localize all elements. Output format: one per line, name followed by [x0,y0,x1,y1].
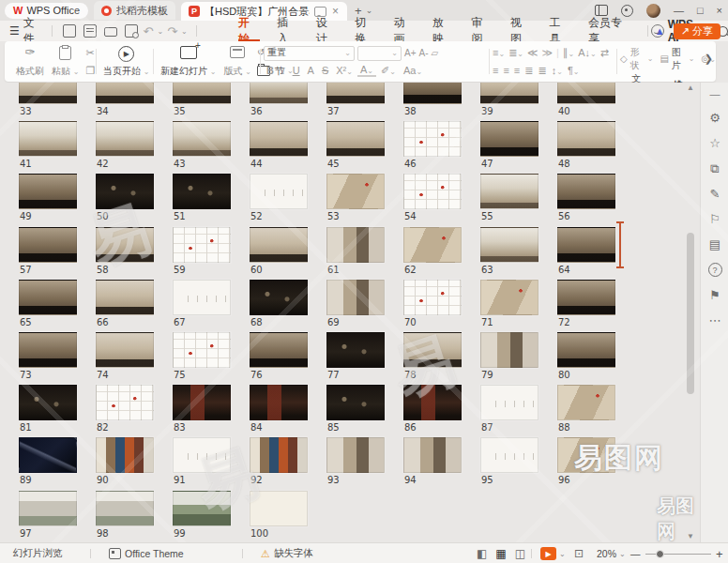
notes-panel-icon[interactable]: ▤ [701,232,728,257]
insert-shape-button[interactable]: 形状 [630,46,645,72]
slide-thumbnail-90[interactable] [96,437,154,473]
slide-thumbnail-79[interactable] [480,332,538,368]
slide-thumbnail-49[interactable] [19,174,77,209]
slide-thumbnail-33[interactable] [19,83,77,104]
slide-thumbnail-41[interactable] [19,121,77,157]
gift-icon[interactable]: ⚑ [701,282,728,308]
slide-thumbnail-60[interactable] [250,227,308,263]
copy-icon[interactable]: ❐ [85,65,95,77]
slide-thumbnail-50[interactable] [96,174,154,209]
format-painter-button[interactable]: ✑ 格式刷 [12,46,48,78]
scrollbar-thumb[interactable] [687,233,694,394]
line-spacing-icon[interactable]: ↕⌄ [552,65,563,76]
slide-thumbnail-62[interactable] [403,227,462,263]
slide-thumbnail-56[interactable] [557,174,615,209]
slideshow-play-button[interactable]: ▶ [540,547,556,560]
paragraph-settings-icon[interactable]: ¶⌄ [568,65,580,76]
font-name-select[interactable]: ⌄ [264,46,355,61]
zoom-caret-icon[interactable]: ⌄ [619,550,626,558]
slide-thumbnail-69[interactable] [326,280,385,315]
paste-button[interactable]: 粘贴 ⌄ [48,46,83,78]
italic-button[interactable]: I [279,65,288,76]
text-shadow-button[interactable]: A [305,65,317,76]
convert-smartart-icon[interactable]: ⇄ [600,47,609,59]
slide-thumbnail-71[interactable] [480,280,538,315]
print-preview-icon[interactable] [125,24,138,38]
slide-thumbnail-58[interactable] [96,227,154,263]
slide-thumbnail-84[interactable] [250,385,308,420]
slide-thumbnail-93[interactable] [326,437,385,473]
character-more-button[interactable]: Aa⌄ [401,65,425,76]
export-pdf-icon[interactable] [83,24,97,38]
redo-icon[interactable]: ↷ [167,24,177,38]
normal-view-icon[interactable]: ◧ [477,547,487,560]
cut-icon[interactable]: ✂ [85,47,95,59]
design-tools-icon[interactable]: ✎ [701,181,728,206]
slide-thumbnail-98[interactable] [96,491,154,526]
slide-thumbnail-85[interactable] [326,385,385,420]
scroll-up-icon[interactable]: ▲ [684,83,697,94]
reading-view-icon[interactable]: ◫ [515,547,525,560]
menu-item-5[interactable]: 放映 [424,21,463,41]
slide-thumbnail-45[interactable] [326,121,385,157]
slide-thumbnail-35[interactable] [173,83,231,104]
minimize-button[interactable]: — [674,6,684,16]
menu-item-6[interactable]: 审阅 [463,21,502,41]
theme-button[interactable]: Office Theme [109,543,184,563]
menu-item-3[interactable]: 切换 [346,21,385,41]
slide-thumbnail-96[interactable] [557,437,615,473]
slide-thumbnail-80[interactable] [557,332,615,368]
slide-sorter-area[interactable]: 1009998979695949392919089888786858483828… [0,83,700,542]
align-right-icon[interactable]: ≡ [514,65,520,76]
columns-icon[interactable]: ∥⌄ [563,47,574,59]
menu-item-1[interactable]: 插入 [268,21,307,41]
slide-thumbnail-97[interactable] [19,491,77,526]
slide-thumbnail-88[interactable] [557,385,615,420]
slide-thumbnail-39[interactable] [480,83,538,104]
slide-thumbnail-99[interactable] [173,491,231,526]
slide-thumbnail-36[interactable] [250,83,308,104]
slide-thumbnail-81[interactable] [19,385,77,420]
objects-icon[interactable]: ⧉ [701,156,728,181]
vertical-scrollbar[interactable]: ▲ ▼ [684,83,697,542]
quickbar-caret-icon[interactable]: ⌄ [181,27,188,36]
slide-thumbnail-78[interactable] [403,332,462,368]
slide-thumbnail-44[interactable] [250,121,308,157]
zoom-slider-handle[interactable] [656,550,664,558]
feedback-icon[interactable] [651,24,664,38]
slide-thumbnail-54[interactable] [403,174,462,209]
slide-thumbnail-48[interactable] [557,121,615,157]
menu-item-9[interactable]: 会员专享 [580,21,641,41]
strikethrough-button[interactable]: S [319,65,331,76]
play-options-caret-icon[interactable]: ⌄ [559,550,566,558]
distribute-icon[interactable]: ≣ [538,65,546,77]
slide-thumbnail-63[interactable] [480,227,538,263]
scroll-down-icon[interactable]: ▼ [684,531,697,542]
menu-item-7[interactable]: 视图 [502,21,540,41]
slide-thumbnail-37[interactable] [326,83,385,104]
slide-thumbnail-76[interactable] [250,332,308,368]
slide-layout-button[interactable]: 版式 ⌄ [220,46,254,78]
menu-item-8[interactable]: 工具 [540,21,579,41]
save-icon[interactable] [63,24,76,38]
slide-thumbnail-38[interactable] [403,83,462,104]
slide-thumbnail-57[interactable] [19,227,77,263]
help-icon[interactable]: ? [701,257,728,282]
align-center-icon[interactable]: ≡ [503,65,508,76]
undo-icon[interactable]: ↶ [144,24,154,38]
slide-sorter-view-icon[interactable]: ▦ [495,547,506,560]
more-icon[interactable]: ⋯ [701,308,728,333]
slide-thumbnail-34[interactable] [96,83,154,104]
slide-thumbnail-59[interactable] [173,227,231,263]
slide-thumbnail-74[interactable] [96,332,154,368]
menu-item-0[interactable]: 开始 [230,21,268,41]
superscript-button[interactable]: X²⌄ [333,65,356,76]
zoom-out-button[interactable]: — [630,543,641,563]
insert-picture-button[interactable]: 图片 [672,46,686,72]
menu-item-4[interactable]: 动画 [386,21,424,41]
menu-item-2[interactable]: 设计 [308,21,346,41]
bullets-icon[interactable]: ≡⌄ [493,47,505,58]
tab-list-caret-icon[interactable]: ⌄ [366,6,373,15]
flag-tools-icon[interactable]: ⚐ [701,206,728,232]
slide-thumbnail-82[interactable] [96,385,154,420]
